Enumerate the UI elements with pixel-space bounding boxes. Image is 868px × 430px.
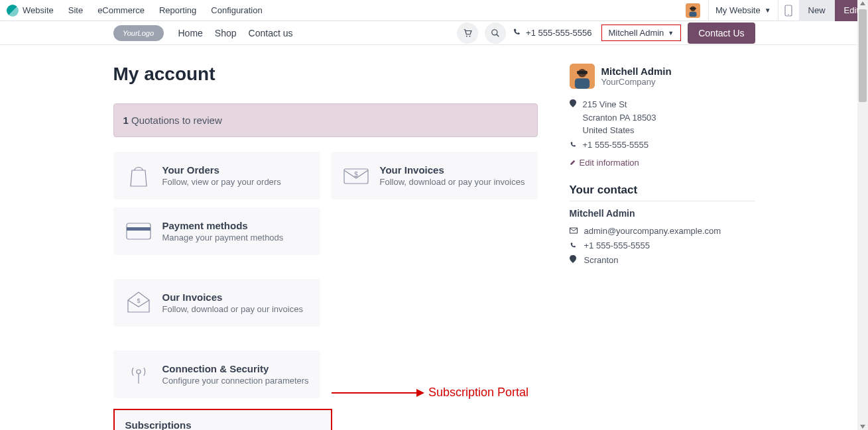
pin-icon [570,253,580,268]
app-name[interactable]: Website [23,5,54,15]
svg-point-15 [137,370,141,374]
quotations-label: Quotations to review [131,115,222,126]
card-subscriptions[interactable]: Subscriptions Follow, view, update state… [113,409,332,430]
profile-avatar [570,64,595,89]
menu-configuration[interactable]: Configuration [211,5,262,15]
your-contact-heading: Your contact [570,184,755,201]
address-line1: 215 Vine St [583,98,656,111]
user-dropdown[interactable]: Mitchell Admin ▼ [601,25,682,41]
nav-shop[interactable]: Shop [215,28,237,38]
search-button[interactable] [485,23,506,44]
header-phone-number: +1 555-555-5556 [526,28,591,38]
edit-information-link[interactable]: Edit information [570,158,755,168]
quotations-banner[interactable]: 1 Quotations to review [113,103,538,137]
cart-icon [463,28,472,38]
scroll-thumb[interactable] [859,9,867,102]
card-title: Your Invoices [380,164,525,176]
phone-icon [570,239,580,253]
nav-home[interactable]: Home [178,28,203,38]
header-phone[interactable]: +1 555-555-5556 [513,28,591,38]
svg-marker-23 [416,389,424,397]
mobile-preview-toggle[interactable] [778,0,799,21]
svg-line-9 [497,34,499,36]
contact-details: admin@yourcompany.example.com +1 555-555… [570,224,755,268]
menu-ecommerce[interactable]: eCommerce [97,5,145,15]
svg-rect-3 [690,7,696,9]
menu-site[interactable]: Site [68,5,83,15]
user-avatar[interactable] [686,3,700,18]
card-payment-methods[interactable]: Payment methods Manage your payment meth… [113,207,320,255]
card-title: Your Orders [162,164,281,176]
card-subtitle: Follow, download or pay our invoices [162,304,303,314]
address-line2: Scranton PA 18503 [583,111,656,125]
card-subtitle: Follow, download or pay your invoices [380,177,525,187]
svg-rect-19 [574,78,589,89]
site-logo[interactable]: YourLogo [113,25,164,41]
mobile-icon [784,5,792,17]
card-title: Connection & Security [162,363,309,374]
card-title: Payment methods [162,220,284,231]
profile-company: YourCompany [601,77,672,87]
bag-icon [124,161,153,190]
card-your-orders[interactable]: Your Orders Follow, view or pay your ord… [113,152,320,199]
credit-card-icon [124,217,153,246]
contact-email[interactable]: admin@yourcompany.example.com [584,224,721,239]
envelope-open-icon: $ [124,288,153,317]
card-connection-security[interactable]: Connection & Security Configure your con… [113,350,320,398]
website-switcher-label: My Website [715,5,761,15]
svg-rect-12 [127,223,151,239]
search-icon [491,28,500,38]
card-subtitle: Manage your payment methods [162,233,284,242]
annotation-label: Subscription Portal [428,386,528,400]
svg-text:$: $ [354,171,358,178]
card-your-invoices[interactable]: $ Your Invoices Follow, download or pay … [331,152,538,199]
svg-point-6 [466,35,467,36]
profile-name: Mitchell Admin [601,66,672,77]
annotation-subscription-portal: Subscription Portal [332,386,528,400]
new-button[interactable]: New [799,0,835,21]
cart-button[interactable] [457,23,478,44]
svg-point-7 [469,35,471,36]
phone-icon [513,28,521,38]
contact-name: Mitchell Admin [570,208,755,219]
svg-rect-13 [127,227,151,231]
contact-city: Scranton [584,253,619,268]
card-title: Our Invoices [162,292,303,303]
svg-text:$: $ [137,297,140,304]
envelope-icon [570,224,580,239]
admin-top-bar: Website Site eCommerce Reporting Configu… [0,0,868,21]
caret-down-icon: ▼ [765,7,771,14]
card-subtitle: Follow, view or pay your orders [162,177,281,187]
odoo-logo-icon [7,5,19,17]
nav-contact-us[interactable]: Contact us [249,28,293,38]
svg-rect-20 [577,71,588,74]
profile-phone: +1 555-555-5555 [583,138,649,152]
svg-point-8 [492,29,497,34]
phone-icon [570,138,580,152]
antenna-icon [124,360,153,389]
svg-rect-2 [690,11,697,16]
menu-reporting[interactable]: Reporting [159,5,196,15]
contact-us-button[interactable]: Contact Us [688,23,755,44]
pencil-icon [570,158,577,168]
card-our-invoices[interactable]: $ Our Invoices Follow, download or pay o… [113,279,320,327]
page-title: My account [113,64,538,85]
card-title: Subscriptions [125,419,320,430]
quotations-count: 1 [123,115,129,126]
site-nav: YourLogo Home Shop Contact us +1 555-555… [0,21,868,45]
user-dropdown-label: Mitchell Admin [609,28,664,38]
website-switcher[interactable]: My Website ▼ [708,0,778,21]
pin-icon [570,98,580,111]
caret-down-icon: ▼ [668,30,674,36]
vertical-scrollbar[interactable] [857,0,868,430]
address-line3: United States [583,124,656,137]
contact-phone: +1 555-555-5555 [584,239,650,253]
arrow-right-icon [332,388,424,398]
profile-info: 215 Vine St Scranton PA 18503 United Sta… [570,98,755,151]
envelope-dollar-icon: $ [341,161,371,190]
card-subtitle: Configure your connection parameters [162,376,309,386]
page-content: My account 1 Quotations to review Your O… [113,64,755,430]
profile-header: Mitchell Admin YourCompany [570,64,755,89]
